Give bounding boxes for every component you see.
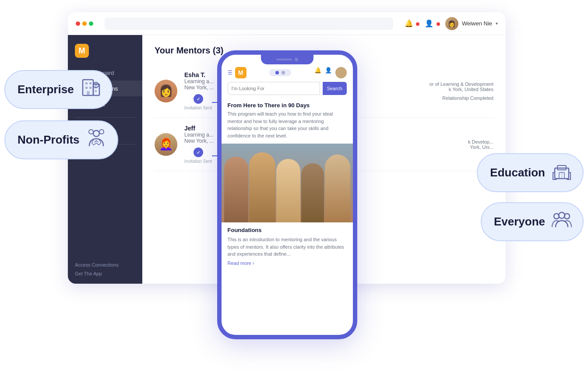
group-photo — [222, 144, 353, 222]
people-icon — [550, 208, 573, 235]
right-role-jeff: k Develop... — [468, 139, 493, 144]
avatar: 👩 — [445, 17, 458, 30]
sidebar-divider — [75, 117, 135, 118]
svg-rect-7 — [95, 90, 97, 92]
foundations-desc: This is an introduction to mentoring and… — [222, 235, 353, 260]
phone-camera — [295, 58, 298, 61]
relationship-completed: Relationship Completed — [430, 95, 493, 101]
education-icon — [550, 159, 573, 186]
step-label-1: Invitation Sent — [184, 106, 212, 110]
enterprise-label: Enterprise — [18, 83, 74, 96]
user-name: Weiwen Nie — [462, 20, 492, 27]
pill-dot2 — [282, 71, 285, 74]
search-button[interactable]: Search — [323, 82, 347, 95]
everyone-label: Everyone — [494, 215, 545, 229]
dot-max — [89, 21, 93, 26]
svg-rect-5 — [89, 87, 92, 89]
svg-rect-3 — [89, 82, 92, 84]
phone-user-icon: 👤 — [325, 67, 332, 78]
phone-header-icons: 🔔 👤 — [314, 67, 347, 78]
mentor-right-esha: or of Learning & Development k York, Uni… — [430, 81, 493, 101]
svg-point-12 — [89, 130, 93, 134]
dot-min — [82, 21, 87, 26]
person-2 — [249, 152, 275, 222]
mentor-right-jeff: k Develop... York, Uni... — [468, 139, 493, 150]
users-icon: 👤 — [425, 19, 440, 28]
phone-bell-icon: 🔔 — [314, 67, 321, 78]
building-icon — [79, 76, 102, 103]
svg-point-11 — [99, 130, 104, 134]
step-circle-1b: ✓ — [194, 148, 203, 157]
browser-dots — [76, 21, 93, 26]
sidebar-bottom: Access Connections Get The App — [68, 256, 142, 284]
foundations-title: Foundations — [222, 222, 353, 235]
search-input[interactable] — [228, 82, 320, 95]
svg-rect-8 — [87, 91, 90, 95]
mentor-avatar-esha: 👩 — [155, 80, 177, 102]
pill-nonprofits: Non-Profits — [4, 120, 118, 159]
phone-logo: M — [235, 67, 246, 78]
education-label: Education — [490, 166, 545, 179]
pill-education: Education — [477, 153, 584, 192]
program-desc: This program will teach you how to find … — [222, 110, 353, 144]
phone-search: Search — [222, 82, 353, 99]
phone-notch — [261, 55, 313, 64]
pill-everyone: Everyone — [481, 202, 584, 241]
phone-content: ☰ M 🔔 👤 Search From Here to Th — [222, 55, 353, 335]
person-5 — [325, 155, 350, 222]
user-profile[interactable]: 👩 Weiwen Nie ▾ — [445, 17, 498, 30]
mentor-avatar-jeff: 👩‍🦰 — [155, 133, 177, 156]
right-role: or of Learning & Development — [430, 81, 493, 87]
browser-url-bar — [105, 18, 393, 30]
dot-close — [76, 21, 80, 26]
step-1b: ✓ Invitation Sent — [184, 148, 212, 164]
pill-dot — [275, 71, 279, 74]
right-location: k York, United States — [430, 87, 493, 92]
logo-box: M — [75, 44, 89, 58]
read-more-link[interactable]: Read more › — [222, 260, 353, 273]
logo-area: M — [68, 40, 142, 65]
header-icons: 🔔 👤 👩 Weiwen Nie ▾ — [405, 17, 498, 30]
step-1: ✓ Invitation Sent — [184, 94, 212, 110]
pill-enterprise: Enterprise — [4, 70, 113, 109]
scene: 🔔 👤 👩 Weiwen Nie ▾ M — [0, 0, 588, 387]
program-title: From Here to There in 90 Days — [222, 99, 353, 110]
svg-point-10 — [93, 130, 99, 137]
notification-dot2 — [437, 22, 440, 26]
right-location-jeff: York, Uni... — [468, 144, 493, 150]
phone-nav-pill[interactable] — [269, 69, 291, 76]
person-4 — [301, 163, 324, 222]
nonprofits-label: Non-Profits — [18, 133, 80, 147]
notification-dot — [416, 22, 419, 26]
access-connections-link[interactable]: Access Connections — [75, 261, 135, 270]
svg-rect-4 — [85, 87, 88, 89]
browser-topbar: 🔔 👤 👩 Weiwen Nie ▾ — [68, 12, 506, 35]
step-label-1b: Invitation Sent — [184, 159, 212, 164]
phone-avatar — [335, 67, 347, 78]
svg-point-19 — [559, 212, 565, 218]
phone-topbar: ☰ M 🔔 👤 — [222, 65, 353, 82]
chevron-down-icon: ▾ — [496, 21, 498, 26]
phone-menu-icons: ☰ M — [228, 67, 246, 78]
mobile-phone: ☰ M 🔔 👤 Search From Here to Th — [217, 50, 357, 339]
phone-speaker — [276, 59, 292, 60]
step-circle-1: ✓ — [194, 94, 203, 104]
svg-rect-2 — [85, 82, 88, 84]
person-3 — [276, 159, 300, 222]
hands-icon — [85, 127, 108, 153]
get-app-link[interactable]: Get The App — [75, 270, 135, 278]
bell-icon: 🔔 — [405, 19, 419, 28]
hamburger-icon: ☰ — [228, 70, 232, 76]
person-1 — [224, 157, 248, 222]
